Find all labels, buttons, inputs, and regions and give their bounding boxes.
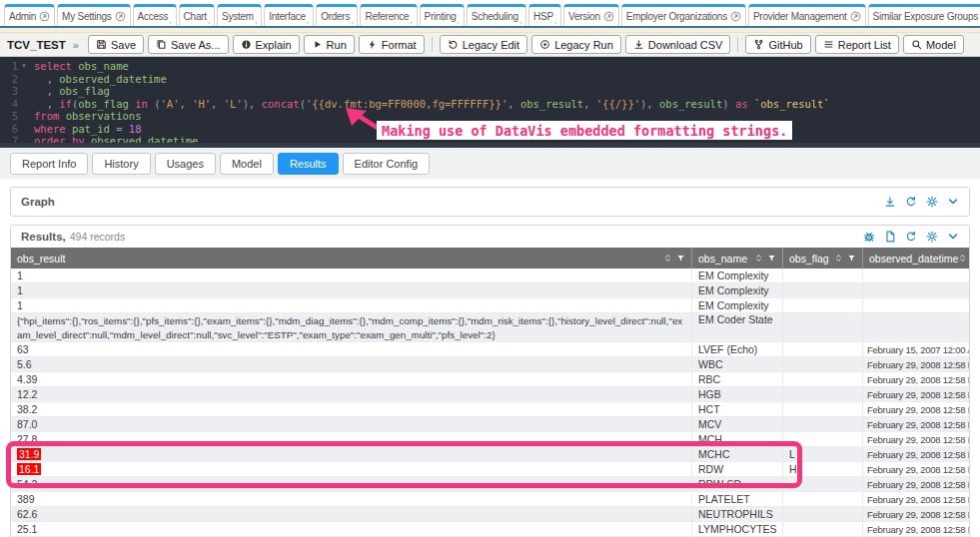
funnel-icon[interactable] [676, 254, 685, 263]
button-label: Save As... [171, 39, 221, 51]
github-button[interactable]: GitHub [745, 35, 810, 54]
nav-tab-similar-exposure-groups-segs[interactable]: Similar Exposure Groups (SEGs) [868, 4, 980, 26]
download-csv-button[interactable]: Download CSV [625, 35, 731, 54]
column-header-obs-name[interactable]: obs_name [691, 248, 782, 268]
fold-spacer [18, 98, 30, 111]
nav-tab-interface[interactable]: Interface, [264, 4, 314, 26]
chevron-down-icon[interactable] [947, 231, 959, 243]
dropdown-indicator-icon: , [410, 15, 412, 25]
tab-model[interactable]: Model [220, 153, 274, 175]
tab-editor-config[interactable]: Editor Config [343, 153, 431, 175]
nav-tab-label: System [222, 11, 254, 22]
line-number: 4 [0, 98, 18, 111]
sql-editor[interactable]: 1▾select obs_name2 , observed_datetime3 … [0, 57, 980, 148]
alert-value-chip: 31.9 [17, 448, 41, 460]
nav-tab-system[interactable]: System, [217, 4, 262, 26]
cell-observed_datetime: February 29, 2008 12:58 PM [862, 492, 969, 506]
gear-icon[interactable] [926, 196, 938, 208]
breadcrumb-caret[interactable]: » [73, 39, 79, 51]
history-icon [448, 39, 459, 50]
run-button[interactable]: Run [304, 35, 355, 54]
dropdown-indicator-icon: , [519, 15, 521, 25]
editor-horizontal-scrollbar[interactable] [0, 143, 980, 148]
report-list-button[interactable]: Report List [815, 35, 899, 54]
nav-tab-scheduling[interactable]: Scheduling, [467, 4, 526, 26]
download-icon[interactable] [884, 196, 896, 208]
graph-panel-header[interactable]: Graph [11, 188, 969, 216]
line-number-gutter: 5 [0, 110, 34, 123]
nav-tab-employer-organizations[interactable]: Employer Organizations [621, 4, 746, 26]
nav-tab-reference[interactable]: Reference, [360, 4, 417, 26]
tab-usages[interactable]: Usages [155, 153, 216, 175]
code-line: 2 , observed_datetime [0, 73, 980, 86]
external-link-icon [115, 11, 126, 22]
column-header-obs-result[interactable]: obs_result [11, 248, 691, 268]
fold-caret-icon[interactable]: ▾ [18, 60, 30, 73]
code-line: 6where pat_id = 18 [0, 123, 980, 136]
funnel-icon[interactable] [767, 254, 776, 263]
page-icon[interactable] [884, 231, 896, 243]
funnel-icon[interactable] [847, 254, 856, 263]
nav-tab-admin[interactable]: Admin [4, 4, 55, 26]
column-header-observed-datetime[interactable]: observed_datetime [862, 248, 969, 268]
line-number-gutter: 1▾ [0, 60, 34, 73]
button-label: Download CSV [648, 39, 723, 51]
sort-icon[interactable] [834, 254, 843, 263]
nav-tab-label: Similar Exposure Groups (SEGs) [873, 11, 980, 22]
save-button[interactable]: Save [88, 35, 144, 54]
cell-observed_datetime: February 29, 2008 12:58 PM [862, 402, 969, 416]
nav-tab-label: Provider Management [753, 11, 847, 22]
cell-observed_datetime: February 29, 2008 12:58 PM [862, 387, 969, 401]
code-line: 3 , obs_flag [0, 85, 980, 98]
table-row: 62.6NEUTROPHILSFebruary 29, 2008 12:58 P… [11, 507, 969, 522]
sort-icon[interactable] [754, 254, 763, 263]
github-icon [753, 39, 764, 50]
graph-panel: Graph [10, 187, 970, 217]
table-row: 1EM Complexity [11, 268, 969, 283]
sort-icon[interactable] [958, 254, 967, 263]
cell-obs_flag [782, 298, 862, 312]
chevron-down-icon[interactable] [947, 196, 959, 208]
cell-obs_name: PLATELET [691, 492, 782, 506]
column-header-obs-flag[interactable]: obs_flag [782, 248, 862, 268]
table-row: 1EM Complexity [11, 298, 969, 313]
tab-results[interactable]: Results [278, 153, 339, 175]
tab-history[interactable]: History [92, 153, 150, 175]
legacy-edit-button[interactable]: Legacy Edit [440, 35, 527, 54]
line-number-gutter: 2 [0, 73, 34, 86]
nav-tab-chart[interactable]: Chart, [179, 4, 215, 26]
cell-obs_name: WBC [691, 357, 782, 371]
code-line: 5from observations [0, 110, 980, 123]
tab-report-info[interactable]: Report Info [10, 153, 88, 175]
gear-icon[interactable] [926, 231, 938, 243]
refresh-icon[interactable] [905, 231, 917, 243]
cell-obs_result: 25.1 [11, 522, 691, 536]
nav-tab-access[interactable]: Access, [133, 4, 177, 26]
table-row: 16.1RDWHFebruary 29, 2008 12:58 PM [11, 462, 969, 477]
results-panel-header[interactable]: Results, 494 records [11, 226, 969, 248]
save-as-button[interactable]: Save As... [148, 35, 229, 54]
button-label: Run [327, 39, 347, 51]
model-button[interactable]: Model [903, 35, 964, 54]
cell-obs_flag [782, 522, 862, 536]
bug-icon[interactable] [863, 231, 875, 243]
dropdown-indicator-icon: , [307, 15, 309, 25]
nav-tab-my-settings[interactable]: My Settings [57, 4, 131, 26]
external-link-icon [850, 11, 861, 22]
table-row: 63LVEF (Echo)February 15, 2007 12:00 AM [11, 342, 969, 357]
nav-tab-provider-management[interactable]: Provider Management [748, 4, 866, 26]
explain-button[interactable]: Explain [233, 35, 300, 54]
nav-tab-printing[interactable]: Printing, [420, 4, 465, 26]
nav-tab-hsp[interactable]: HSP, [528, 4, 561, 26]
nav-tab-version[interactable]: Version [563, 4, 619, 26]
format-button[interactable]: Format [359, 35, 425, 54]
legacy-run-button[interactable]: Legacy Run [531, 35, 621, 54]
sort-icon[interactable] [663, 254, 672, 263]
results-table: obs_resultobs_nameobs_flagobserved_datet… [11, 248, 969, 537]
refresh-icon[interactable] [905, 196, 917, 208]
code-text: , if(obs_flag in ('A', 'H', 'L'), concat… [34, 98, 830, 111]
code-text: select obs_name [34, 60, 129, 73]
nav-tab-orders[interactable]: Orders, [316, 4, 358, 26]
nav-tab-label: HSP [533, 11, 553, 22]
cell-obs_name: RBC [691, 372, 782, 386]
